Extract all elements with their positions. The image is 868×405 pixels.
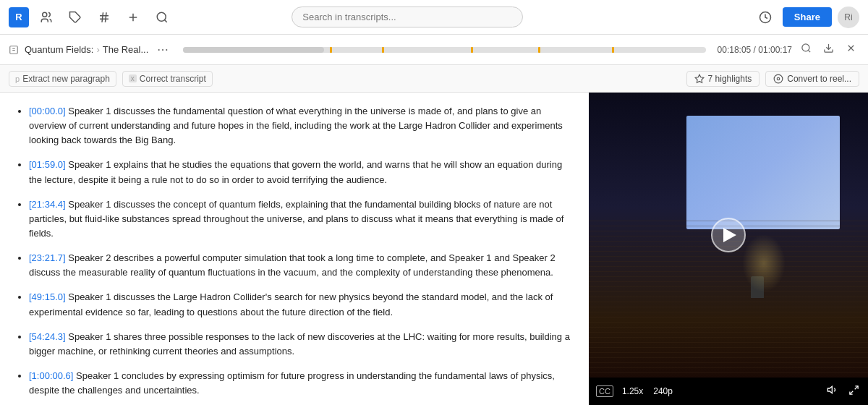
transcript-text: Speaker 1 discusses the fundamental ques… <box>29 106 563 145</box>
list-item: [54:24.3] Speaker 1 shares three possibl… <box>29 330 574 359</box>
people-icon-btn[interactable] <box>35 6 58 29</box>
correct-tag-x: x <box>129 74 137 82</box>
list-item: [00:00.0] Speaker 1 discusses the fundam… <box>29 104 574 148</box>
list-item: [01:59.0] Speaker 1 explains that he stu… <box>29 158 574 187</box>
add-icon-btn[interactable] <box>122 6 145 29</box>
transcript-text: Speaker 1 shares three possible response… <box>29 331 570 357</box>
progress-bar[interactable] <box>183 47 705 53</box>
correct-label: Correct transcript <box>140 74 206 84</box>
breadcrumb-root: Quantum Fields: <box>25 44 93 55</box>
volume-button[interactable] <box>825 384 840 398</box>
highlight-marker <box>330 47 332 53</box>
time-display: 00:18:05 / 01:00:17 <box>718 45 792 55</box>
svg-point-19 <box>774 74 783 83</box>
document-icon <box>9 45 19 55</box>
transcript-text: Speaker 1 discusses the concept of quant… <box>29 199 563 239</box>
search-container <box>292 7 523 27</box>
top-nav: R Share Ri <box>0 0 868 35</box>
nav-right: Share Ri <box>754 6 859 29</box>
svg-line-9 <box>164 20 166 22</box>
breadcrumb-current: The Real... <box>103 44 149 55</box>
svg-line-22 <box>855 386 858 389</box>
svg-line-5 <box>106 12 107 22</box>
extract-paragraph-button[interactable]: p Extract new paragraph <box>9 71 116 87</box>
highlight-marker <box>471 47 473 53</box>
timestamp-link[interactable]: [54:24.3] <box>29 331 66 342</box>
list-item: [21:34.4] Speaker 1 discusses the concep… <box>29 197 574 241</box>
extract-label: Extract new paragraph <box>22 74 110 84</box>
presentation-screen <box>686 116 840 230</box>
svg-line-4 <box>102 12 103 22</box>
svg-point-0 <box>43 12 47 17</box>
secondary-bar: Quantum Fields: › The Real... ⋯ 00:18:05… <box>0 35 868 65</box>
transcript-text: Speaker 1 discusses the Large Hadron Col… <box>29 291 553 317</box>
highlight-marker <box>382 47 384 53</box>
highlights-count: 7 highlights <box>708 74 752 84</box>
search-input[interactable] <box>292 7 523 27</box>
close-button[interactable] <box>843 40 859 59</box>
download-button[interactable] <box>820 40 837 59</box>
svg-line-23 <box>850 391 853 394</box>
more-options-button[interactable]: ⋯ <box>154 41 171 58</box>
quality-button[interactable]: 240p <box>652 386 674 396</box>
stage-light <box>742 234 786 292</box>
svg-point-8 <box>157 12 166 21</box>
time-current: 00:18:05 <box>718 45 752 55</box>
history-icon-btn[interactable] <box>754 6 777 29</box>
tag-icon-btn[interactable] <box>64 6 87 29</box>
video-controls-bar: CC 1.25x 240p <box>589 378 868 405</box>
avatar: Ri <box>838 7 859 28</box>
video-search-button[interactable] <box>798 40 814 59</box>
timestamp-link[interactable]: [00:00.0] <box>29 106 66 116</box>
playback-speed-button[interactable]: 1.25x <box>621 386 644 396</box>
timestamp-link[interactable]: [23:21.7] <box>29 252 66 263</box>
svg-marker-21 <box>827 386 832 393</box>
timestamp-link[interactable]: [21:34.4] <box>29 199 66 210</box>
app-logo: R <box>9 7 29 27</box>
play-triangle-icon <box>723 228 736 242</box>
extract-tag-label: p <box>15 74 20 83</box>
list-item: [49:15.0] Speaker 1 discusses the Large … <box>29 290 574 319</box>
toolbar: p Extract new paragraph x Correct transc… <box>0 65 868 93</box>
highlight-marker <box>612 47 614 53</box>
breadcrumb: Quantum Fields: › The Real... <box>25 44 148 55</box>
list-item: [23:21.7] Speaker 2 describes a powerful… <box>29 251 574 280</box>
time-total: 01:00:17 <box>758 45 792 55</box>
hash-icon-btn[interactable] <box>93 6 116 29</box>
reel-label: Convert to reel... <box>787 74 851 84</box>
video-thumbnail[interactable] <box>589 93 868 378</box>
zoom-icon-btn[interactable] <box>150 6 174 29</box>
correct-transcript-button[interactable]: x Correct transcript <box>122 71 213 87</box>
timestamp-link[interactable]: [49:15.0] <box>29 291 66 302</box>
list-item: [1:00:00.6] Speaker 1 concludes by expre… <box>29 369 574 398</box>
transcript-text: Speaker 2 describes a powerful computer … <box>29 252 556 278</box>
timestamp-link[interactable]: [1:00:00.6] <box>29 370 73 381</box>
expand-button[interactable] <box>847 385 861 398</box>
convert-to-reel-button[interactable]: Convert to reel... <box>765 71 859 87</box>
play-button[interactable] <box>711 218 746 252</box>
svg-line-15 <box>808 50 810 52</box>
main-layout: [00:00.0] Speaker 1 discusses the fundam… <box>0 93 868 405</box>
share-button[interactable]: Share <box>783 7 832 27</box>
highlight-marker <box>538 47 540 53</box>
transcript-text: Speaker 1 concludes by expressing optimi… <box>29 370 555 396</box>
highlights-button[interactable]: 7 highlights <box>686 71 760 87</box>
progress-markers <box>183 47 705 53</box>
transcript-area[interactable]: [00:00.0] Speaker 1 discusses the fundam… <box>0 93 589 405</box>
transcript-list: [00:00.0] Speaker 1 discusses the fundam… <box>14 104 574 398</box>
video-panel: CC 1.25x 240p <box>589 93 868 405</box>
cc-button[interactable]: CC <box>596 385 613 397</box>
svg-point-20 <box>778 77 780 80</box>
transcript-text: Speaker 1 explains that he studies the e… <box>29 159 562 184</box>
timestamp-link[interactable]: [01:59.0] <box>29 159 66 170</box>
svg-point-14 <box>802 44 809 51</box>
